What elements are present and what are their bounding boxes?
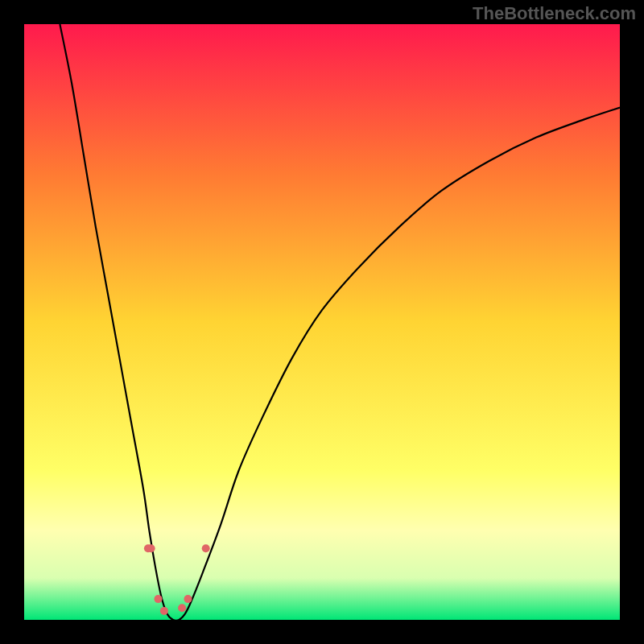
marker-point (160, 607, 168, 615)
marker-point (202, 544, 210, 552)
plot-area (24, 24, 620, 620)
marker-point (184, 595, 192, 603)
marker-point (155, 595, 163, 603)
chart-container: TheBottleneck.com (0, 0, 644, 644)
watermark-text: TheBottleneck.com (473, 3, 636, 24)
marker-point (147, 544, 155, 552)
chart-svg (24, 24, 620, 620)
marker-point (178, 604, 186, 612)
